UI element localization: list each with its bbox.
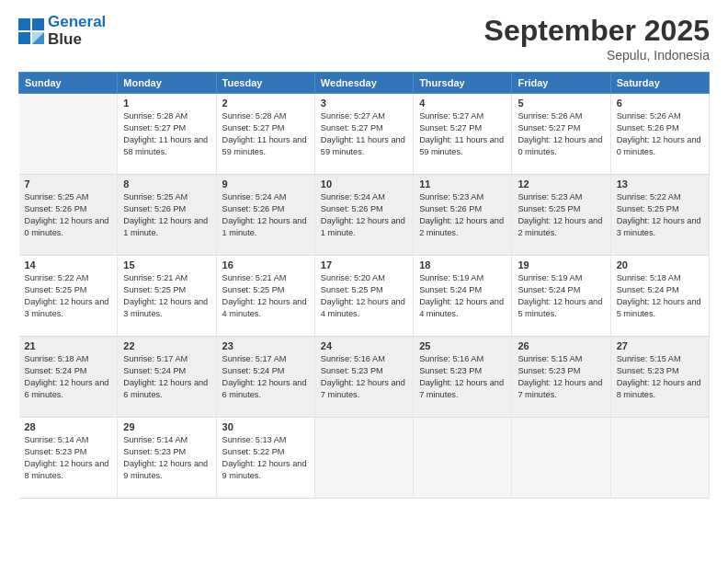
svg-rect-4 <box>32 32 44 44</box>
calendar-cell: 27Sunrise: 5:15 AMSunset: 5:23 PMDayligh… <box>610 337 709 418</box>
cell-details: Sunrise: 5:26 AMSunset: 5:27 PMDaylight:… <box>518 110 604 158</box>
cell-details: Sunrise: 5:19 AMSunset: 5:24 PMDaylight:… <box>419 272 506 320</box>
calendar-week-row: 28Sunrise: 5:14 AMSunset: 5:23 PMDayligh… <box>19 418 710 499</box>
day-number: 22 <box>123 340 210 351</box>
day-number: 19 <box>518 259 604 270</box>
col-saturday: Saturday <box>610 73 709 94</box>
cell-details: Sunrise: 5:17 AMSunset: 5:24 PMDaylight:… <box>123 353 210 401</box>
calendar-cell: 9Sunrise: 5:24 AMSunset: 5:26 PMDaylight… <box>216 175 314 256</box>
calendar-body: 1Sunrise: 5:28 AMSunset: 5:27 PMDaylight… <box>19 94 710 499</box>
cell-details: Sunrise: 5:14 AMSunset: 5:23 PMDaylight:… <box>25 434 112 482</box>
calendar-cell: 30Sunrise: 5:13 AMSunset: 5:22 PMDayligh… <box>216 418 314 499</box>
calendar-cell: 4Sunrise: 5:27 AMSunset: 5:27 PMDaylight… <box>414 94 512 175</box>
calendar-cell: 10Sunrise: 5:24 AMSunset: 5:26 PMDayligh… <box>314 175 413 256</box>
day-number: 6 <box>617 98 703 109</box>
cell-details: Sunrise: 5:21 AMSunset: 5:25 PMDaylight:… <box>222 272 309 320</box>
day-number: 1 <box>123 98 210 109</box>
day-number: 29 <box>123 421 210 432</box>
cell-details: Sunrise: 5:25 AMSunset: 5:26 PMDaylight:… <box>25 191 112 239</box>
cell-details: Sunrise: 5:24 AMSunset: 5:26 PMDaylight:… <box>321 191 407 239</box>
calendar-cell: 22Sunrise: 5:17 AMSunset: 5:24 PMDayligh… <box>118 337 216 418</box>
day-number: 4 <box>419 98 506 109</box>
day-number: 21 <box>25 340 112 351</box>
calendar-cell: 6Sunrise: 5:26 AMSunset: 5:26 PMDaylight… <box>610 94 709 175</box>
calendar-cell: 1Sunrise: 5:28 AMSunset: 5:27 PMDaylight… <box>118 94 216 175</box>
day-number: 23 <box>222 340 309 351</box>
calendar-cell: 28Sunrise: 5:14 AMSunset: 5:23 PMDayligh… <box>19 418 118 499</box>
day-number: 17 <box>321 259 407 270</box>
calendar-cell: 29Sunrise: 5:14 AMSunset: 5:23 PMDayligh… <box>118 418 216 499</box>
col-wednesday: Wednesday <box>314 73 413 94</box>
day-number: 28 <box>25 421 112 432</box>
day-number: 18 <box>419 259 506 270</box>
cell-details: Sunrise: 5:19 AMSunset: 5:24 PMDaylight:… <box>518 272 604 320</box>
calendar-cell <box>19 94 118 175</box>
day-number: 25 <box>419 340 506 351</box>
header-row: Sunday Monday Tuesday Wednesday Thursday… <box>19 73 710 94</box>
cell-details: Sunrise: 5:23 AMSunset: 5:26 PMDaylight:… <box>419 191 506 239</box>
calendar-cell: 5Sunrise: 5:26 AMSunset: 5:27 PMDaylight… <box>512 94 610 175</box>
calendar-cell: 3Sunrise: 5:27 AMSunset: 5:27 PMDaylight… <box>314 94 413 175</box>
day-number: 13 <box>617 178 703 190</box>
day-number: 8 <box>123 178 210 190</box>
calendar-cell <box>512 418 610 499</box>
logo-icon <box>18 18 44 44</box>
cell-details: Sunrise: 5:23 AMSunset: 5:25 PMDaylight:… <box>518 191 604 239</box>
day-number: 20 <box>617 259 703 270</box>
calendar-cell: 19Sunrise: 5:19 AMSunset: 5:24 PMDayligh… <box>512 256 610 337</box>
col-thursday: Thursday <box>414 73 512 94</box>
calendar-cell: 13Sunrise: 5:22 AMSunset: 5:25 PMDayligh… <box>610 175 709 256</box>
day-number: 30 <box>222 421 309 432</box>
calendar-week-row: 14Sunrise: 5:22 AMSunset: 5:25 PMDayligh… <box>19 256 710 337</box>
day-number: 15 <box>123 259 210 270</box>
svg-rect-0 <box>18 18 30 30</box>
calendar-week-row: 1Sunrise: 5:28 AMSunset: 5:27 PMDaylight… <box>19 94 710 175</box>
day-number: 11 <box>419 178 506 190</box>
calendar-header: Sunday Monday Tuesday Wednesday Thursday… <box>19 73 710 94</box>
calendar-cell: 23Sunrise: 5:17 AMSunset: 5:24 PMDayligh… <box>216 337 314 418</box>
calendar-cell: 17Sunrise: 5:20 AMSunset: 5:25 PMDayligh… <box>314 256 413 337</box>
day-number: 26 <box>518 340 604 351</box>
svg-rect-1 <box>32 18 44 30</box>
cell-details: Sunrise: 5:27 AMSunset: 5:27 PMDaylight:… <box>419 110 506 158</box>
header: General Blue September 2025 Sepulu, Indo… <box>18 14 710 63</box>
col-friday: Friday <box>512 73 610 94</box>
col-monday: Monday <box>118 73 216 94</box>
calendar-cell: 18Sunrise: 5:19 AMSunset: 5:24 PMDayligh… <box>414 256 512 337</box>
calendar-table: Sunday Monday Tuesday Wednesday Thursday… <box>18 72 710 499</box>
cell-details: Sunrise: 5:26 AMSunset: 5:26 PMDaylight:… <box>617 110 703 158</box>
day-number: 14 <box>25 259 112 270</box>
day-number: 27 <box>617 340 703 351</box>
page: General Blue September 2025 Sepulu, Indo… <box>0 0 728 563</box>
cell-details: Sunrise: 5:13 AMSunset: 5:22 PMDaylight:… <box>222 434 309 482</box>
cell-details: Sunrise: 5:27 AMSunset: 5:27 PMDaylight:… <box>321 110 407 158</box>
location: Sepulu, Indonesia <box>484 48 710 63</box>
cell-details: Sunrise: 5:18 AMSunset: 5:24 PMDaylight:… <box>617 272 703 320</box>
calendar-cell: 26Sunrise: 5:15 AMSunset: 5:23 PMDayligh… <box>512 337 610 418</box>
calendar-week-row: 21Sunrise: 5:18 AMSunset: 5:24 PMDayligh… <box>19 337 710 418</box>
day-number: 7 <box>25 178 112 190</box>
cell-details: Sunrise: 5:20 AMSunset: 5:25 PMDaylight:… <box>321 272 407 320</box>
svg-rect-2 <box>18 32 30 44</box>
calendar-cell <box>314 418 413 499</box>
day-number: 3 <box>321 98 407 109</box>
calendar-cell: 25Sunrise: 5:16 AMSunset: 5:23 PMDayligh… <box>414 337 512 418</box>
day-number: 12 <box>518 178 604 190</box>
cell-details: Sunrise: 5:15 AMSunset: 5:23 PMDaylight:… <box>518 353 604 401</box>
calendar-cell: 2Sunrise: 5:28 AMSunset: 5:27 PMDaylight… <box>216 94 314 175</box>
cell-details: Sunrise: 5:18 AMSunset: 5:24 PMDaylight:… <box>25 353 112 401</box>
cell-details: Sunrise: 5:14 AMSunset: 5:23 PMDaylight:… <box>123 434 210 482</box>
day-number: 10 <box>321 178 407 190</box>
cell-details: Sunrise: 5:22 AMSunset: 5:25 PMDaylight:… <box>617 191 703 239</box>
calendar-cell: 16Sunrise: 5:21 AMSunset: 5:25 PMDayligh… <box>216 256 314 337</box>
calendar-cell: 24Sunrise: 5:16 AMSunset: 5:23 PMDayligh… <box>314 337 413 418</box>
cell-details: Sunrise: 5:28 AMSunset: 5:27 PMDaylight:… <box>123 110 210 158</box>
calendar-cell: 11Sunrise: 5:23 AMSunset: 5:26 PMDayligh… <box>414 175 512 256</box>
cell-details: Sunrise: 5:15 AMSunset: 5:23 PMDaylight:… <box>617 353 703 401</box>
cell-details: Sunrise: 5:21 AMSunset: 5:25 PMDaylight:… <box>123 272 210 320</box>
title-section: September 2025 Sepulu, Indonesia <box>484 14 710 63</box>
cell-details: Sunrise: 5:25 AMSunset: 5:26 PMDaylight:… <box>123 191 210 239</box>
logo: General Blue <box>18 14 106 48</box>
day-number: 5 <box>518 98 604 109</box>
calendar-cell: 8Sunrise: 5:25 AMSunset: 5:26 PMDaylight… <box>118 175 216 256</box>
